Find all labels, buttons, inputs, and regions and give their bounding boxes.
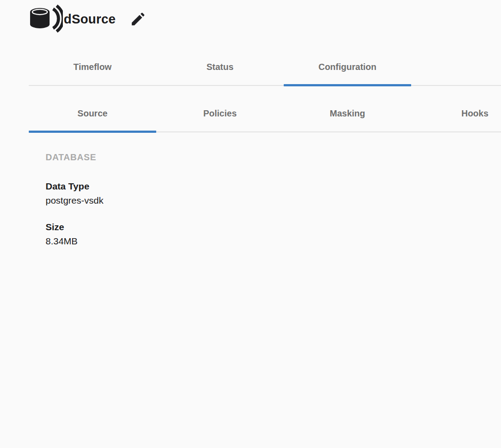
- active-tab-indicator: [284, 84, 411, 86]
- primary-tab-bar: Timeflow Status Configuration: [29, 49, 501, 86]
- dsource-icon: [28, 4, 63, 34]
- tab-configuration[interactable]: Configuration: [284, 49, 411, 85]
- dsource-configuration-page: dSource Timeflow Status Configuration So…: [0, 0, 501, 448]
- tab-hooks-label: Hooks: [461, 108, 488, 119]
- tab-policies[interactable]: Policies: [156, 95, 284, 131]
- database-section-title: DATABASE: [46, 152, 444, 162]
- tab-configuration-label: Configuration: [318, 62, 376, 72]
- field-label: Data Type: [46, 179, 444, 193]
- tab-timeflow-label: Timeflow: [73, 62, 112, 72]
- page-header: dSource: [28, 4, 147, 34]
- tab-masking-label: Masking: [330, 108, 365, 119]
- tab-hooks[interactable]: Hooks: [411, 95, 501, 131]
- edit-name-button[interactable]: [129, 10, 147, 28]
- tab-policies-label: Policies: [203, 108, 237, 119]
- tab-source-label: Source: [77, 108, 108, 119]
- field-data-type: Data Type postgres-vsdk: [46, 179, 444, 208]
- field-label: Size: [46, 220, 444, 234]
- tab-timeflow[interactable]: Timeflow: [29, 49, 156, 85]
- tab-source[interactable]: Source: [29, 95, 156, 131]
- tab-status-label: Status: [206, 62, 233, 72]
- pencil-icon: [130, 11, 146, 27]
- source-panel: DATABASE Data Type postgres-vsdk Size 8.…: [46, 152, 444, 261]
- page-title: dSource: [64, 12, 116, 27]
- tab-masking[interactable]: Masking: [284, 95, 411, 131]
- tab-status[interactable]: Status: [156, 49, 284, 85]
- field-size: Size 8.34MB: [46, 220, 444, 248]
- field-value: 8.34MB: [46, 234, 444, 248]
- field-value: postgres-vsdk: [46, 193, 444, 208]
- active-tab-indicator: [29, 131, 156, 133]
- secondary-tab-bar: Source Policies Masking Hooks: [29, 95, 501, 132]
